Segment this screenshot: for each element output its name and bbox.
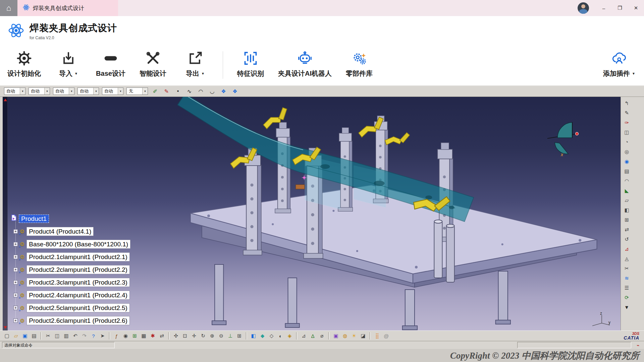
close-button[interactable]: ✕ xyxy=(628,0,644,16)
auto-select-4[interactable]: 自动▾ xyxy=(77,87,99,95)
measure-item-icon[interactable]: ∆ xyxy=(309,332,317,340)
power-input-icon[interactable]: ⌁ xyxy=(634,343,642,348)
translate-icon[interactable]: ⇄ xyxy=(623,225,631,234)
sketcher-icon[interactable]: ✎ xyxy=(623,109,631,117)
more-tools-icon[interactable]: ▼ xyxy=(623,303,631,311)
fly-mode-icon[interactable]: ✣ xyxy=(172,332,180,340)
zoom-in-icon[interactable]: ⊕ xyxy=(208,332,216,340)
pad-icon[interactable]: ◫ xyxy=(623,128,631,136)
link-icon[interactable]: ⇄ xyxy=(158,332,166,340)
formula-icon[interactable]: ƒ xyxy=(112,332,121,340)
macro-icon[interactable]: ✱ xyxy=(149,332,157,340)
print-icon[interactable]: ▤ xyxy=(30,332,38,340)
arc-icon[interactable]: ◠ xyxy=(197,87,205,96)
app-tab[interactable]: 焊装夹具创成式设计 xyxy=(17,0,118,16)
hole-icon[interactable]: ◉ xyxy=(623,157,631,166)
viewport-scrollbar[interactable] xyxy=(3,97,8,330)
tree-node[interactable]: +⚙Product2.3clampunit1 (Product2.3) xyxy=(11,276,130,289)
conic-icon[interactable]: ◡ xyxy=(208,87,216,96)
update-icon[interactable]: ⟳ xyxy=(623,293,631,302)
help-icon[interactable]: ? xyxy=(89,332,98,340)
open-folder-icon[interactable]: ▱ xyxy=(12,332,20,340)
new-file-icon[interactable]: ▢ xyxy=(3,332,11,340)
tree-node[interactable]: +⚙Product2.4clampunit1 (Product2.4) xyxy=(11,289,130,301)
light-icon[interactable]: ☀ xyxy=(350,332,358,340)
auto-select-5[interactable]: 自动▾ xyxy=(102,87,123,95)
material-icon[interactable]: ◍ xyxy=(341,332,349,340)
tree-root-node[interactable]: Product1 xyxy=(11,212,130,225)
pencil-icon[interactable]: ✎ xyxy=(162,87,171,96)
minimize-button[interactable]: – xyxy=(596,0,612,16)
ribbon-item-import[interactable]: 导入▼ xyxy=(54,51,83,78)
knowledge-icon[interactable]: ◉ xyxy=(121,332,130,340)
tree-expander-icon[interactable]: + xyxy=(13,280,18,285)
tree-node[interactable]: +⚙Base-800*1200 (Base-800*1200.1) xyxy=(11,238,130,250)
paste-icon[interactable]: ▥ xyxy=(62,332,70,340)
auto-select-1[interactable]: 自动▾ xyxy=(4,87,25,95)
spiral-icon[interactable]: @ xyxy=(382,332,390,340)
tree-expander-icon[interactable]: + xyxy=(13,306,18,310)
multi-view-icon[interactable]: ⊞ xyxy=(235,332,244,340)
thickness-icon[interactable]: ≋ xyxy=(623,274,631,282)
fillet-icon[interactable]: ◠ xyxy=(623,177,631,185)
copy-icon[interactable]: ◫ xyxy=(53,332,61,340)
wireframe-view-icon[interactable]: ◇ xyxy=(267,332,276,340)
viewport-3d[interactable]: x z y Product1+⚙Product4 (Product4.1)+⚙B… xyxy=(3,97,621,330)
pattern-icon[interactable]: ⊞ xyxy=(623,216,631,224)
undo-icon[interactable]: ↶ xyxy=(71,332,79,340)
scroll-up-icon[interactable] xyxy=(4,99,7,101)
catalog-blue-icon[interactable]: ❖ xyxy=(219,87,228,96)
cut-icon[interactable]: ✂ xyxy=(44,332,52,340)
point-icon[interactable]: • xyxy=(174,87,182,96)
inertia-icon[interactable]: ⌀ xyxy=(318,332,326,340)
ribbon-item-export[interactable]: 导出▼ xyxy=(180,51,210,78)
tree-node[interactable]: +⚙Product2.2clampunit1 (Product2.2) xyxy=(11,263,130,276)
tree-expander-icon[interactable]: + xyxy=(13,229,18,234)
select-arrow-icon[interactable]: ➤ xyxy=(98,332,107,340)
annotation-icon[interactable]: ✑ xyxy=(623,118,631,127)
design-table-icon[interactable]: ⊞ xyxy=(130,332,139,340)
camera-icon[interactable]: ▣ xyxy=(332,332,340,340)
save-icon[interactable]: ▣ xyxy=(21,332,29,340)
tree-expander-icon[interactable]: + xyxy=(13,293,18,297)
render-style-icon[interactable]: ◈ xyxy=(285,332,294,340)
ribbon-item-robot[interactable]: 夹具设计AI机器人 xyxy=(278,51,332,78)
grid-dots-icon[interactable]: ⣿ xyxy=(373,332,381,340)
constraint-icon[interactable]: ☰ xyxy=(623,284,631,292)
tree-node[interactable]: +⚙Product4 (Product4.1) xyxy=(11,225,130,238)
ribbon-item-smart[interactable]: 智能设计 xyxy=(138,51,168,78)
ribbon-item-init[interactable]: 设计初始化 xyxy=(7,51,41,78)
catalog-icon[interactable]: ▦ xyxy=(140,332,148,340)
catalog-blue2-icon[interactable]: ❖ xyxy=(231,87,239,96)
spline-icon[interactable]: ∿ xyxy=(185,87,194,96)
tree-expander-icon[interactable]: + xyxy=(13,267,18,272)
fit-all-icon[interactable]: ⊡ xyxy=(181,332,189,340)
auto-select-2[interactable]: 自动▾ xyxy=(29,87,50,95)
ribbon-item-scan[interactable]: 特征识别 xyxy=(236,51,265,78)
rotate-part-icon[interactable]: ↺ xyxy=(623,235,631,243)
hide-show-icon[interactable]: ◐ xyxy=(276,332,285,340)
ribbon-item-base[interactable]: Base设计 xyxy=(96,51,125,78)
view-compass[interactable]: x xyxy=(546,121,590,158)
paintbrush-icon[interactable]: ✐ xyxy=(151,87,159,96)
tree-expander-icon[interactable]: + xyxy=(13,318,18,323)
tree-node[interactable]: +⚙Product2.5clampunit1 (Product2.5) xyxy=(11,301,130,314)
normal-view-icon[interactable]: ⊥ xyxy=(226,332,234,340)
depth-icon[interactable]: ◪ xyxy=(359,332,367,340)
user-avatar[interactable] xyxy=(578,2,589,14)
home-button[interactable]: ⌂ xyxy=(0,0,17,16)
command-input[interactable] xyxy=(517,342,631,348)
ribbon-item-plugin[interactable]: 添加插件▼ xyxy=(603,51,635,78)
plane-icon[interactable]: ▱ xyxy=(623,196,631,204)
zoom-out-icon[interactable]: ⊖ xyxy=(217,332,225,340)
measure-icon[interactable]: ⊿ xyxy=(300,332,308,340)
boolean-icon[interactable]: ◬ xyxy=(623,254,631,263)
scroll-down-icon[interactable] xyxy=(4,326,7,329)
redo-icon[interactable]: ↷ xyxy=(80,332,89,340)
rotate-view-icon[interactable]: ↻ xyxy=(199,332,207,340)
scale-icon[interactable]: ⊿ xyxy=(623,245,631,253)
pocket-icon[interactable]: ◔ xyxy=(623,138,631,146)
shaded-view-icon[interactable]: ◆ xyxy=(258,332,267,340)
auto-select-3[interactable]: 自动▾ xyxy=(53,87,74,95)
iso-view-icon[interactable]: ◧ xyxy=(249,332,258,340)
